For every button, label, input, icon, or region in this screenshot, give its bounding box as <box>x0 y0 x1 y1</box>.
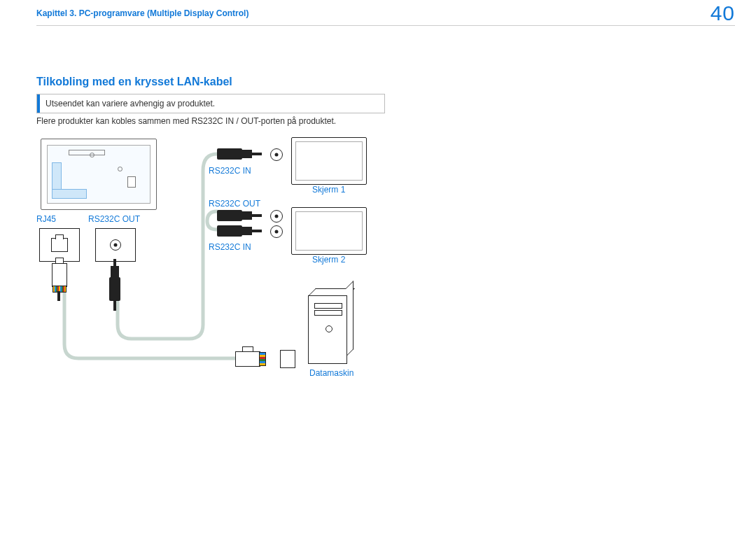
stereo-jack-icon <box>270 148 283 161</box>
port-cluster-icon <box>52 164 85 199</box>
rj45-port-icon <box>39 228 80 262</box>
monitor-icon <box>291 137 367 185</box>
stereo-plug-icon <box>217 210 265 221</box>
rs232c-port-icon <box>95 228 136 262</box>
label-rj45: RJ45 <box>36 214 56 224</box>
stereo-plug-icon <box>217 148 265 160</box>
rj45-plug-icon <box>50 263 67 300</box>
stereo-plug-icon <box>217 225 265 237</box>
stereo-jack-icon <box>270 225 283 238</box>
label-monitor-2: Skjerm 2 <box>312 255 345 265</box>
display-rear-panel <box>41 139 157 210</box>
page-number: 40 <box>710 1 735 25</box>
vent-slot-icon <box>69 150 105 155</box>
stereo-jack-icon <box>270 210 283 223</box>
rj45-plug-icon <box>235 350 276 367</box>
section-title: Tilkobling med en krysset LAN-kabel <box>36 76 232 88</box>
page-header: Kapittel 3. PC-programvare (Multiple Dis… <box>0 6 756 22</box>
label-rs232c-in-lower: RS232C IN <box>209 242 251 252</box>
chapter-title: Kapittel 3. PC-programvare (Multiple Dis… <box>36 8 248 18</box>
rj45-port-icon <box>280 350 295 368</box>
connection-diagram: RJ45 RS232C OUT RS232C IN Skjerm 1 RS232… <box>36 134 400 393</box>
indicator-dot-icon <box>118 167 122 171</box>
display-rear-inner <box>47 145 150 204</box>
label-rs232c-in-upper: RS232C IN <box>209 166 251 176</box>
body-text: Flere produkter kan kobles sammen med RS… <box>36 116 336 126</box>
note-text: Utseendet kan variere avhengig av produk… <box>37 94 384 113</box>
monitor-icon <box>291 207 367 255</box>
stereo-plug-icon <box>109 259 120 308</box>
small-port-icon <box>127 176 136 188</box>
label-monitor-1: Skjerm 1 <box>312 185 345 195</box>
note-box: Utseendet kan variere avhengig av produk… <box>36 94 385 113</box>
label-rs232c-out-left: RS232C OUT <box>88 214 140 224</box>
label-rs232c-out-mid: RS232C OUT <box>209 199 260 209</box>
label-computer: Datamaskin <box>309 368 354 378</box>
manual-page: Kapittel 3. PC-programvare (Multiple Dis… <box>0 0 756 534</box>
header-rule <box>36 25 735 26</box>
